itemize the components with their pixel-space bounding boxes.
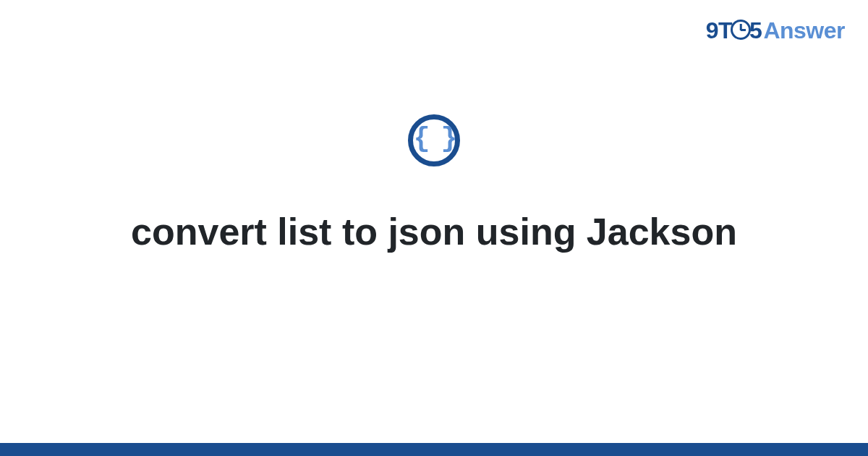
footer-bar: [0, 443, 868, 456]
site-logo: 9T5Answer: [706, 16, 845, 44]
topic-icon: { }: [408, 114, 460, 166]
icon-ring: { }: [408, 114, 460, 166]
page-title: convert list to json using Jackson: [0, 210, 868, 253]
clock-icon: [731, 20, 751, 40]
logo-text-9t: 9T: [706, 17, 732, 43]
logo-text-answer: Answer: [763, 17, 845, 43]
logo-text-5: 5: [749, 17, 762, 43]
code-braces-icon: { }: [414, 125, 454, 153]
